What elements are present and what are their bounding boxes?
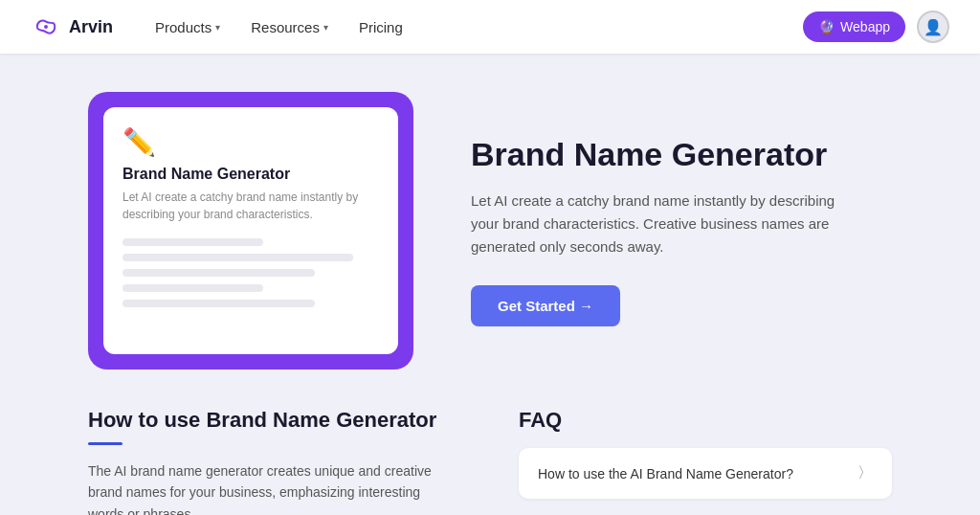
nav-pricing-label: Pricing [359, 19, 403, 35]
webapp-label: Webapp [840, 19, 890, 34]
card-desc: Let AI create a catchy brand name instan… [122, 189, 379, 223]
hero-title: Brand Name Generator [471, 135, 892, 174]
hero-section: ✏️ Brand Name Generator Let AI create a … [31, 54, 949, 398]
pencil-icon: ✏️ [122, 126, 379, 158]
user-avatar[interactable]: 👤 [917, 11, 949, 43]
resources-chevron-icon: ▾ [323, 22, 328, 33]
faq-chevron-icon: 〉 [858, 463, 873, 483]
skeleton-line-5 [122, 300, 315, 307]
logo-icon [31, 17, 61, 36]
get-started-button[interactable]: Get Started → [471, 285, 620, 326]
bottom-section: How to use Brand Name Generator The AI b… [31, 398, 949, 515]
section-underline [88, 442, 122, 445]
how-to-use-text: The AI brand name generator creates uniq… [88, 460, 452, 515]
faq-item[interactable]: How to use the AI Brand Name Generator? … [519, 448, 892, 499]
nav-pricing[interactable]: Pricing [347, 11, 414, 43]
hero-description: Let AI create a catchy brand name instan… [471, 190, 854, 258]
skeleton-line-4 [122, 284, 263, 292]
skeleton-line-1 [122, 238, 263, 246]
hero-content: Brand Name Generator Let AI create a cat… [471, 135, 892, 326]
card-title: Brand Name Generator [122, 166, 379, 183]
faq-question: How to use the AI Brand Name Generator? [538, 466, 793, 481]
nav-right: 🔮 Webapp 👤 [803, 11, 949, 43]
nav-links: Products ▾ Resources ▾ Pricing [144, 11, 803, 43]
skeleton-line-2 [122, 254, 353, 261]
nav-resources-label: Resources [251, 19, 320, 35]
skeleton-line-3 [122, 269, 315, 277]
purple-frame: ✏️ Brand Name Generator Let AI create a … [88, 92, 413, 369]
webapp-button[interactable]: 🔮 Webapp [803, 11, 905, 42]
products-chevron-icon: ▾ [215, 22, 220, 33]
avatar-icon: 👤 [924, 18, 943, 36]
logo[interactable]: Arvin [31, 17, 113, 37]
navbar: Arvin Products ▾ Resources ▾ Pricing 🔮 W… [0, 0, 980, 54]
svg-point-0 [44, 25, 48, 29]
faq-title: FAQ [519, 408, 892, 433]
nav-products-label: Products [155, 19, 212, 35]
how-to-use-title: How to use Brand Name Generator [88, 408, 461, 433]
nav-resources[interactable]: Resources ▾ [239, 11, 340, 43]
white-card: ✏️ Brand Name Generator Let AI create a … [103, 107, 398, 354]
webapp-icon: 🔮 [818, 19, 835, 34]
faq-section: FAQ How to use the AI Brand Name Generat… [519, 408, 892, 515]
how-to-use-section: How to use Brand Name Generator The AI b… [88, 408, 461, 515]
nav-products[interactable]: Products ▾ [144, 11, 232, 43]
card-preview: ✏️ Brand Name Generator Let AI create a … [88, 92, 413, 369]
logo-text: Arvin [69, 17, 113, 37]
